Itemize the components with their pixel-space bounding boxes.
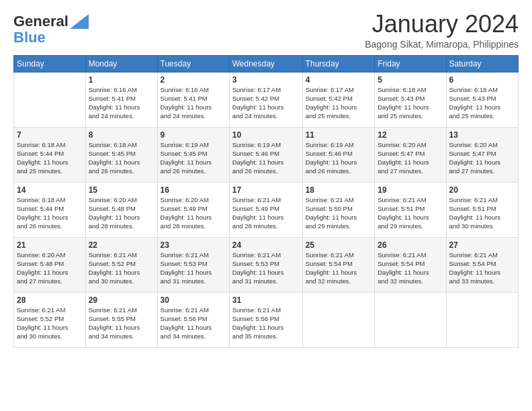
table-row — [14, 72, 86, 127]
table-row: 29Sunrise: 6:21 AM Sunset: 5:55 PM Dayli… — [85, 292, 157, 347]
day-info: Sunrise: 6:21 AM Sunset: 5:56 PM Dayligh… — [161, 306, 226, 340]
day-number: 13 — [449, 130, 515, 141]
day-info: Sunrise: 6:18 AM Sunset: 5:44 PM Dayligh… — [17, 196, 83, 230]
day-number: 9 — [161, 130, 226, 141]
day-info: Sunrise: 6:21 AM Sunset: 5:50 PM Dayligh… — [306, 196, 372, 230]
day-info: Sunrise: 6:18 AM Sunset: 5:43 PM Dayligh… — [378, 86, 443, 120]
header-thursday: Thursday — [302, 55, 375, 72]
table-row: 4Sunrise: 6:17 AM Sunset: 5:42 PM Daylig… — [302, 72, 375, 127]
table-row: 7Sunrise: 6:18 AM Sunset: 5:44 PM Daylig… — [14, 127, 86, 182]
day-number: 16 — [161, 185, 226, 196]
header-monday: Monday — [85, 55, 157, 72]
location-subtitle: Bagong Sikat, Mimaropa, Philippines — [365, 39, 519, 50]
header-sunday: Sunday — [14, 55, 86, 72]
header-wednesday: Wednesday — [229, 55, 302, 72]
day-info: Sunrise: 6:21 AM Sunset: 5:54 PM Dayligh… — [378, 251, 443, 285]
day-info: Sunrise: 6:21 AM Sunset: 5:52 PM Dayligh… — [17, 306, 83, 340]
day-info: Sunrise: 6:20 AM Sunset: 5:47 PM Dayligh… — [449, 141, 515, 175]
logo-text-blue: Blue — [13, 30, 89, 46]
day-info: Sunrise: 6:20 AM Sunset: 5:48 PM Dayligh… — [17, 251, 83, 285]
day-info: Sunrise: 6:18 AM Sunset: 5:44 PM Dayligh… — [17, 141, 83, 175]
calendar-row: 28Sunrise: 6:21 AM Sunset: 5:52 PM Dayli… — [14, 292, 519, 347]
calendar-row: 21Sunrise: 6:20 AM Sunset: 5:48 PM Dayli… — [14, 237, 519, 292]
day-number: 27 — [449, 240, 515, 251]
table-row: 28Sunrise: 6:21 AM Sunset: 5:52 PM Dayli… — [14, 292, 86, 347]
day-number: 20 — [449, 185, 515, 196]
table-row: 11Sunrise: 6:19 AM Sunset: 5:46 PM Dayli… — [302, 127, 375, 182]
table-row: 6Sunrise: 6:18 AM Sunset: 5:43 PM Daylig… — [446, 72, 518, 127]
table-row: 31Sunrise: 6:21 AM Sunset: 5:56 PM Dayli… — [229, 292, 302, 347]
table-row: 13Sunrise: 6:20 AM Sunset: 5:47 PM Dayli… — [446, 127, 518, 182]
day-info: Sunrise: 6:21 AM Sunset: 5:53 PM Dayligh… — [161, 251, 226, 285]
header-friday: Friday — [375, 55, 446, 72]
day-number: 17 — [232, 185, 300, 196]
table-row: 27Sunrise: 6:21 AM Sunset: 5:54 PM Dayli… — [446, 237, 518, 292]
table-row: 10Sunrise: 6:19 AM Sunset: 5:46 PM Dayli… — [229, 127, 302, 182]
table-row: 9Sunrise: 6:19 AM Sunset: 5:45 PM Daylig… — [157, 127, 229, 182]
calendar-table: Sunday Monday Tuesday Wednesday Thursday… — [13, 55, 519, 348]
table-row: 8Sunrise: 6:18 AM Sunset: 5:45 PM Daylig… — [85, 127, 157, 182]
table-row: 14Sunrise: 6:18 AM Sunset: 5:44 PM Dayli… — [14, 182, 86, 237]
day-info: Sunrise: 6:16 AM Sunset: 5:41 PM Dayligh… — [161, 86, 226, 120]
day-info: Sunrise: 6:20 AM Sunset: 5:48 PM Dayligh… — [89, 196, 154, 230]
day-info: Sunrise: 6:18 AM Sunset: 5:43 PM Dayligh… — [449, 86, 515, 120]
header: General Blue January 2024 Bagong Sikat, … — [13, 11, 519, 50]
day-info: Sunrise: 6:21 AM Sunset: 5:49 PM Dayligh… — [232, 196, 300, 230]
day-number: 6 — [449, 75, 515, 86]
day-number: 29 — [89, 295, 154, 306]
calendar-row: 7Sunrise: 6:18 AM Sunset: 5:44 PM Daylig… — [14, 127, 519, 182]
calendar-row: 14Sunrise: 6:18 AM Sunset: 5:44 PM Dayli… — [14, 182, 519, 237]
table-row: 15Sunrise: 6:20 AM Sunset: 5:48 PM Dayli… — [85, 182, 157, 237]
day-number: 10 — [232, 130, 300, 141]
calendar-row: 1Sunrise: 6:16 AM Sunset: 5:41 PM Daylig… — [14, 72, 519, 127]
day-info: Sunrise: 6:19 AM Sunset: 5:46 PM Dayligh… — [306, 141, 372, 175]
day-number: 11 — [306, 130, 372, 141]
table-row: 12Sunrise: 6:20 AM Sunset: 5:47 PM Dayli… — [375, 127, 446, 182]
day-number: 1 — [89, 75, 154, 86]
day-number: 3 — [232, 75, 300, 86]
table-row: 23Sunrise: 6:21 AM Sunset: 5:53 PM Dayli… — [157, 237, 229, 292]
day-info: Sunrise: 6:16 AM Sunset: 5:41 PM Dayligh… — [89, 86, 154, 120]
month-title: January 2024 — [365, 11, 519, 38]
day-info: Sunrise: 6:19 AM Sunset: 5:46 PM Dayligh… — [232, 141, 300, 175]
day-number: 7 — [17, 130, 83, 141]
day-number: 4 — [306, 75, 372, 86]
svg-marker-0 — [70, 14, 89, 29]
day-info: Sunrise: 6:20 AM Sunset: 5:47 PM Dayligh… — [378, 141, 443, 175]
day-info: Sunrise: 6:21 AM Sunset: 5:51 PM Dayligh… — [378, 196, 443, 230]
table-row: 25Sunrise: 6:21 AM Sunset: 5:54 PM Dayli… — [302, 237, 375, 292]
day-number: 15 — [89, 185, 154, 196]
day-info: Sunrise: 6:21 AM Sunset: 5:53 PM Dayligh… — [232, 251, 300, 285]
day-number: 31 — [232, 295, 300, 306]
table-row: 1Sunrise: 6:16 AM Sunset: 5:41 PM Daylig… — [85, 72, 157, 127]
table-row — [375, 292, 446, 347]
logo: General Blue — [13, 13, 89, 46]
table-row: 26Sunrise: 6:21 AM Sunset: 5:54 PM Dayli… — [375, 237, 446, 292]
day-info: Sunrise: 6:20 AM Sunset: 5:49 PM Dayligh… — [161, 196, 226, 230]
table-row: 2Sunrise: 6:16 AM Sunset: 5:41 PM Daylig… — [157, 72, 229, 127]
day-number: 19 — [378, 185, 443, 196]
calendar-header-row: Sunday Monday Tuesday Wednesday Thursday… — [14, 55, 519, 72]
day-info: Sunrise: 6:19 AM Sunset: 5:45 PM Dayligh… — [161, 141, 226, 175]
title-section: January 2024 Bagong Sikat, Mimaropa, Phi… — [365, 11, 519, 50]
table-row: 19Sunrise: 6:21 AM Sunset: 5:51 PM Dayli… — [375, 182, 446, 237]
day-info: Sunrise: 6:21 AM Sunset: 5:52 PM Dayligh… — [89, 251, 154, 285]
day-info: Sunrise: 6:17 AM Sunset: 5:42 PM Dayligh… — [306, 86, 372, 120]
table-row: 5Sunrise: 6:18 AM Sunset: 5:43 PM Daylig… — [375, 72, 446, 127]
table-row: 20Sunrise: 6:21 AM Sunset: 5:51 PM Dayli… — [446, 182, 518, 237]
day-number: 26 — [378, 240, 443, 251]
day-number: 22 — [89, 240, 154, 251]
calendar-container: General Blue January 2024 Bagong Sikat, … — [0, 0, 532, 355]
table-row: 24Sunrise: 6:21 AM Sunset: 5:53 PM Dayli… — [229, 237, 302, 292]
table-row — [302, 292, 375, 347]
day-info: Sunrise: 6:21 AM Sunset: 5:56 PM Dayligh… — [232, 306, 300, 340]
day-info: Sunrise: 6:21 AM Sunset: 5:54 PM Dayligh… — [449, 251, 515, 285]
day-number: 12 — [378, 130, 443, 141]
day-number: 21 — [17, 240, 83, 251]
day-number: 30 — [161, 295, 226, 306]
day-number: 18 — [306, 185, 372, 196]
header-tuesday: Tuesday — [157, 55, 229, 72]
table-row: 3Sunrise: 6:17 AM Sunset: 5:42 PM Daylig… — [229, 72, 302, 127]
table-row — [446, 292, 518, 347]
table-row: 30Sunrise: 6:21 AM Sunset: 5:56 PM Dayli… — [157, 292, 229, 347]
